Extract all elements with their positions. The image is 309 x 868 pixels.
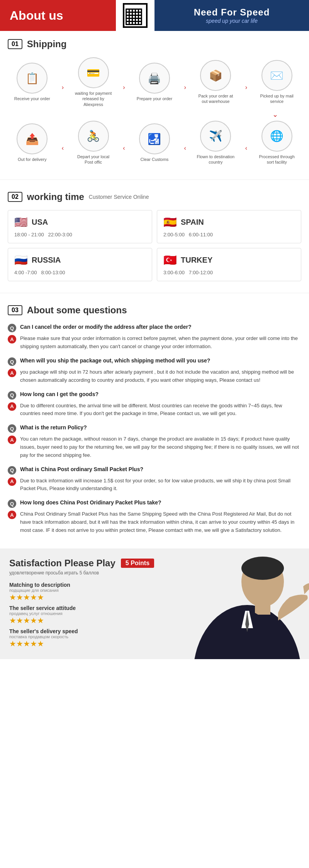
- q5-text: What is China Post ordinary Small Packet…: [20, 466, 143, 473]
- arrow6: ‹: [123, 145, 125, 152]
- turkey-flag-icon: 🇹🇷: [163, 254, 177, 267]
- qa-a6-row: A China Post Oridinary Small Packet Plus…: [8, 510, 301, 534]
- rating-item-3: The seller's delivery speed поставка про…: [9, 628, 187, 648]
- country-russia: 🇷🇺 RUSSIA 4:00 -7:00 8:00-13:00: [8, 248, 152, 281]
- satisfaction-section: Satisfaction Please Play 5 Points удовле…: [0, 548, 309, 659]
- rating-3-label: The seller's delivery speed: [9, 628, 187, 634]
- spain-flag-icon: 🇪🇸: [163, 216, 177, 229]
- step-pack-label: Pack your order at out warehouse: [196, 93, 235, 104]
- person-image: [185, 551, 309, 659]
- qa-q1-row: Q Can I cancel the order or modify the a…: [8, 323, 301, 332]
- step-depart-icon: 🚴: [78, 121, 109, 152]
- qa-a5-row: A Due to track information will increase…: [8, 477, 301, 493]
- country-turkey: 🇹🇷 TURKEY 3:00-6:00 7:00-12:00: [157, 248, 301, 281]
- brand-title: Need For Speed: [194, 7, 270, 18]
- q3-badge: Q: [8, 391, 16, 400]
- step-payment-label: waiting for payment released by Aliexpre…: [74, 91, 113, 107]
- usa-times: 18:00 - 21:00 22:00-3:00: [14, 232, 146, 238]
- step-sort: 🌐 Processed through sort facility: [258, 121, 296, 165]
- shipping-section-num: 01: [8, 39, 22, 49]
- rating-item-2: The seller service attitude продавец усл…: [9, 605, 187, 625]
- step-payment: 💳 waiting for payment released by Aliexp…: [74, 57, 113, 107]
- working-section-sub: Customer Service Online: [89, 194, 149, 200]
- qa-a1-row: A Please make sure that your order infor…: [8, 335, 301, 351]
- qr-code-container: [116, 0, 154, 31]
- arrow7: ‹: [184, 145, 186, 152]
- q3-text: How long can I get the goods?: [20, 391, 98, 398]
- rating-item-1: Matching to description подщащие для опи…: [9, 582, 187, 602]
- arrow8: ‹: [245, 145, 247, 152]
- step-delivery: 📤 Out for delivery: [13, 123, 51, 162]
- step-customs-label: Clear Customs: [141, 157, 169, 162]
- rating-1-label: Matching to description: [9, 582, 187, 588]
- country-usa: 🇺🇸 USA 18:00 - 21:00 22:00-3:00: [8, 210, 152, 243]
- shipping-title-row: 01 Shipping: [8, 39, 301, 50]
- qa-item-6: Q How long does China Post Oridinary Pac…: [8, 499, 301, 534]
- a2-text: you package will ship out in 72 hours af…: [20, 368, 301, 384]
- satisfaction-header: Satisfaction Please Play 5 Points: [9, 558, 187, 569]
- qa-item-3: Q How long can I get the goods? A Due to…: [8, 391, 301, 418]
- step-flown: ✈️ Flown to destination country: [196, 121, 235, 165]
- about-us-banner: About us: [0, 0, 116, 31]
- usa-flag-icon: 🇺🇸: [14, 216, 28, 229]
- step-depart: 🚴 Depart your local Post offic: [74, 121, 113, 165]
- a1-text: Please make sure that your order informa…: [20, 335, 301, 351]
- brand-banner: Need For Speed speed up your car life: [154, 0, 309, 31]
- qa-title-row: 03 About some questions: [8, 305, 301, 316]
- step-delivery-icon: 📤: [17, 123, 48, 154]
- rating-2-stars: ★★★★★: [9, 616, 187, 625]
- q2-badge: Q: [8, 357, 16, 366]
- divider2: [0, 293, 309, 293]
- about-us-title: About us: [10, 9, 63, 23]
- a2-badge: A: [8, 369, 16, 377]
- usa-name: USA: [32, 218, 48, 227]
- qa-a2-row: A you package will ship out in 72 hours …: [8, 368, 301, 384]
- svg-point-2: [241, 557, 284, 580]
- spain-name: SPAIN: [181, 218, 204, 227]
- brand-subtitle: speed up your car life: [206, 18, 258, 24]
- rating-3-stars: ★★★★★: [9, 639, 187, 648]
- step-customs: 🛃 Clear Customs: [135, 123, 174, 162]
- step-receive: 📋 Receive your order: [13, 63, 51, 101]
- turkey-times: 3:00-6:00 7:00-12:00: [163, 270, 295, 275]
- q2-text: When will you ship the package out, whic…: [20, 357, 210, 365]
- country-spain-header: 🇪🇸 SPAIN: [163, 216, 295, 229]
- step-receive-icon: 📋: [17, 63, 48, 94]
- divider1: [0, 179, 309, 180]
- spain-times: 2:00-5:00 6:00-11:00: [163, 232, 295, 238]
- qa-item-2: Q When will you ship the package out, wh…: [8, 357, 301, 384]
- a1-badge: A: [8, 335, 16, 343]
- step-pack-icon: 📦: [200, 60, 231, 91]
- russia-flag-icon: 🇷🇺: [14, 254, 28, 267]
- qa-item-5: Q What is China Post ordinary Small Pack…: [8, 466, 301, 493]
- satisfaction-subtitle: удовлетворение просьба играть 5 баллов: [9, 570, 187, 576]
- shipping-steps-row1: 📋 Receive your order › 💳 waiting for pay…: [8, 57, 301, 107]
- qa-a4-row: A You can return the package, without re…: [8, 435, 301, 459]
- country-turkey-header: 🇹🇷 TURKEY: [163, 254, 295, 267]
- q6-text: How long does China Post Oridinary Packe…: [20, 499, 161, 507]
- rating-1-stars: ★★★★★: [9, 593, 187, 602]
- header: About us Need For Speed speed up your ca…: [0, 0, 309, 31]
- qa-q3-row: Q How long can I get the goods?: [8, 391, 301, 400]
- step-pack: 📦 Pack your order at out warehouse: [196, 60, 235, 104]
- rating-2-sub: продавец услуг отношения: [9, 611, 187, 616]
- a6-badge: A: [8, 511, 16, 519]
- arrow2: ›: [123, 84, 125, 91]
- country-spain: 🇪🇸 SPAIN 2:00-5:00 6:00-11:00: [157, 210, 301, 243]
- step-pickup: ✉️ Picked up by mail service: [258, 60, 296, 104]
- working-section-label: working time: [27, 191, 84, 202]
- step-customs-icon: 🛃: [139, 123, 170, 154]
- rating-1-sub: подщащие для описания: [9, 588, 187, 593]
- step-prepare: 🖨️ Prepare your order: [135, 63, 174, 101]
- person-svg: [185, 551, 309, 659]
- satisfaction-title: Satisfaction Please Play: [9, 558, 115, 569]
- arrow-down: ⌄: [8, 110, 301, 119]
- countries-grid: 🇺🇸 USA 18:00 - 21:00 22:00-3:00 🇪🇸 SPAIN…: [8, 210, 301, 281]
- step-pickup-label: Picked up by mail service: [258, 93, 296, 104]
- a6-text: China Post Oridinary Small Packet Plus h…: [20, 510, 301, 534]
- arrow5: ‹: [62, 145, 64, 152]
- a5-text: Due to track information will increase 1…: [20, 477, 301, 493]
- country-usa-header: 🇺🇸 USA: [14, 216, 146, 229]
- shipping-steps-row2: 📤 Out for delivery ‹ 🚴 Depart your local…: [8, 121, 301, 165]
- qa-section-num: 03: [8, 305, 22, 315]
